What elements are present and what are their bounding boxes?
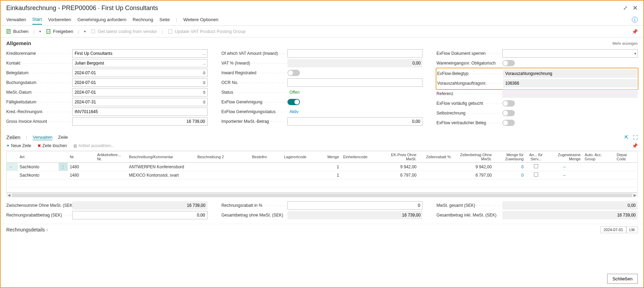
expand-lines-icon[interactable]: ⛶ xyxy=(633,135,638,140)
wareneing-label: Wareneingangsnr. Obligatorisch xyxy=(436,61,502,66)
svg-rect-2 xyxy=(92,30,95,33)
share-icon[interactable]: ⇱ xyxy=(625,135,629,140)
vertraulich-toggle[interactable] xyxy=(502,120,515,126)
neue-zeile-button[interactable]: ✦ Neue Zeile xyxy=(6,143,31,148)
tab-vorbereiten[interactable]: Vorbereiten xyxy=(48,15,72,24)
belegdatum-input[interactable] xyxy=(72,69,208,77)
col-zeilenrabatt[interactable]: Zeilenrabatt % xyxy=(419,151,453,163)
table-row[interactable] xyxy=(7,179,637,187)
artikel-ausw-button: ▦ Artikel auswählen... xyxy=(73,143,115,148)
lines-pin-icon[interactable]: 📌 xyxy=(632,143,638,149)
calendar-icon[interactable]: 🗓 xyxy=(202,90,206,94)
inwardreg-toggle[interactable] xyxy=(287,70,300,76)
col-anserv[interactable]: An... für Serv... xyxy=(526,151,546,163)
ocr-input[interactable] xyxy=(287,78,423,87)
buchen-dropdown-icon[interactable]: ▾ xyxy=(39,29,41,33)
expand-icon[interactable]: ⤢ xyxy=(623,5,628,11)
col-bestell[interactable]: Bestellnr. xyxy=(250,151,282,163)
delete-icon: ✖ xyxy=(37,143,41,148)
wareneing-toggle[interactable] xyxy=(502,60,515,66)
svg-rect-1 xyxy=(47,29,50,33)
tab-rechnung[interactable]: Rechnung xyxy=(133,15,153,24)
zeile-loeschen-button[interactable]: ✖ Zeile löschen xyxy=(37,143,67,148)
table-row[interactable]: → Sachkonto ⋮ 1480 ANTWERPEN Konferensbo… xyxy=(7,163,637,171)
col-autoacc[interactable]: Auto. Acc. Group xyxy=(583,151,614,163)
mwstdatum-input[interactable] xyxy=(72,88,208,96)
lines-tab-zeile[interactable]: Zeile xyxy=(58,135,68,140)
referenz-label: Referenz xyxy=(436,91,502,96)
vatpct-input xyxy=(287,59,423,67)
row-menu-icon[interactable]: ⋮ xyxy=(61,164,65,169)
checkbox[interactable] xyxy=(534,172,538,177)
kreditorenname-input[interactable] xyxy=(72,49,208,58)
freigeben-dropdown-icon[interactable]: ▾ xyxy=(84,29,86,33)
col-art[interactable]: Art xyxy=(18,151,59,163)
rechnungsdetails-section[interactable]: Rechnungsdetails › xyxy=(6,227,48,232)
col-artikelref[interactable]: Artikelrefere... Nr. xyxy=(95,151,127,163)
col-nr[interactable]: Nr. xyxy=(68,151,95,163)
faelligkeitsdatum-label: Fälligkeitsdatum xyxy=(6,100,72,104)
close-icon[interactable]: ✕ xyxy=(633,4,638,12)
calendar-icon[interactable]: 🗓 xyxy=(202,71,206,75)
info-icon[interactable]: i xyxy=(632,17,638,23)
faelligkeitsdatum-input[interactable] xyxy=(72,98,208,106)
calendar-icon[interactable]: 🗓 xyxy=(202,81,206,85)
tab-seite[interactable]: Seite xyxy=(159,15,170,24)
vorlaeufig-label: ExFlow vorläufig gebucht xyxy=(436,101,502,106)
buchen-label: Buchen xyxy=(13,29,28,34)
exflowgen-toggle[interactable] xyxy=(287,99,300,105)
exflowgenstatus-value[interactable]: Aktiv xyxy=(287,109,299,114)
window-header: Einkaufsrechnung - PREP00006 · First Up … xyxy=(1,1,643,14)
col-beschr[interactable]: Beschreibung/Kommentar xyxy=(127,151,195,163)
col-zeilenbetrag[interactable]: Zeilenbetrag Ohne MwSt. xyxy=(453,151,494,163)
importmwst-label: Importierter MwSt.-Betrag xyxy=(221,119,287,124)
kontakt-label: Kontakt xyxy=(6,61,72,66)
vatamt-input[interactable] xyxy=(287,49,423,58)
exflowbeleg-label: ExFlow-Belegtyp xyxy=(437,71,503,76)
col-beschr2[interactable]: Beschreibung 2 xyxy=(195,151,250,163)
horizontal-scrollbar[interactable]: ◀▶ xyxy=(6,193,638,197)
importmwst-input[interactable] xyxy=(287,117,423,126)
col-lagerort[interactable]: Lagerortcode xyxy=(282,151,316,163)
lookup-icon[interactable]: … xyxy=(202,61,206,65)
col-menge[interactable]: Menge xyxy=(316,151,341,163)
rabattbetrag-input[interactable] xyxy=(72,211,208,219)
pin-icon[interactable]: 📌 xyxy=(632,29,638,34)
exflowbeleg-input xyxy=(503,69,637,78)
tab-verwalten[interactable]: Verwalten xyxy=(6,15,26,24)
exflowdok-input[interactable] xyxy=(502,49,638,58)
rabattpct-input[interactable] xyxy=(287,201,423,210)
tab-start[interactable]: Start xyxy=(32,15,42,25)
grossinvoice-label: Gross Invoice Amount xyxy=(6,119,72,124)
mehr-anzeigen-link[interactable]: Mehr anzeigen xyxy=(612,41,638,45)
table-row[interactable] xyxy=(7,187,637,193)
mwstges-label: MwSt. gesamt (SEK) xyxy=(436,203,502,208)
kontakt-input[interactable] xyxy=(72,59,208,67)
col-mengezuw[interactable]: Menge für Zuweisung xyxy=(494,151,526,163)
buchungsdatum-input[interactable] xyxy=(72,78,208,87)
inwardreg-label: Inward Registrated xyxy=(221,70,287,75)
lines-table[interactable]: Art Nr. Artikelrefere... Nr. Beschreibun… xyxy=(6,151,638,193)
calendar-icon[interactable]: 🗓 xyxy=(202,100,206,104)
table-row[interactable]: Sachkonto 1480 MEXICO Kontorsstol, svart… xyxy=(7,171,637,179)
details-lm-chip[interactable]: LM xyxy=(626,226,638,233)
lines-header: Zeilen | Verwalten Zeile ⇱ ⛶ xyxy=(1,131,643,142)
tab-weitere[interactable]: Weitere Optionen xyxy=(183,15,218,24)
vorlaeufig-toggle[interactable] xyxy=(502,100,515,107)
close-button[interactable]: Schließen xyxy=(607,274,638,284)
col-ekpreis[interactable]: EK-Preis Ohne MwSt. xyxy=(378,151,419,163)
grossinvoice-input[interactable] xyxy=(72,117,208,126)
chevron-down-icon[interactable]: ▾ xyxy=(634,51,636,56)
buchen-button[interactable]: Buchen xyxy=(6,29,28,34)
kredrechnungsnr-input[interactable] xyxy=(72,108,208,116)
tab-genehmigung[interactable]: Genehmigung anfordern xyxy=(77,15,126,24)
lookup-icon[interactable]: … xyxy=(202,51,206,56)
col-einheit[interactable]: Einheitencode xyxy=(341,151,378,163)
col-depar[interactable]: Depar Code xyxy=(614,151,637,163)
freigeben-button[interactable]: Freigeben xyxy=(46,29,73,34)
details-date-chip[interactable]: 2024-07-01 xyxy=(600,226,626,233)
selbst-toggle[interactable] xyxy=(502,110,515,116)
lines-tab-verwalten[interactable]: Verwalten xyxy=(33,135,52,140)
col-zugewiesene[interactable]: Zugewiesene Menge xyxy=(546,151,583,163)
checkbox[interactable] xyxy=(534,164,538,168)
